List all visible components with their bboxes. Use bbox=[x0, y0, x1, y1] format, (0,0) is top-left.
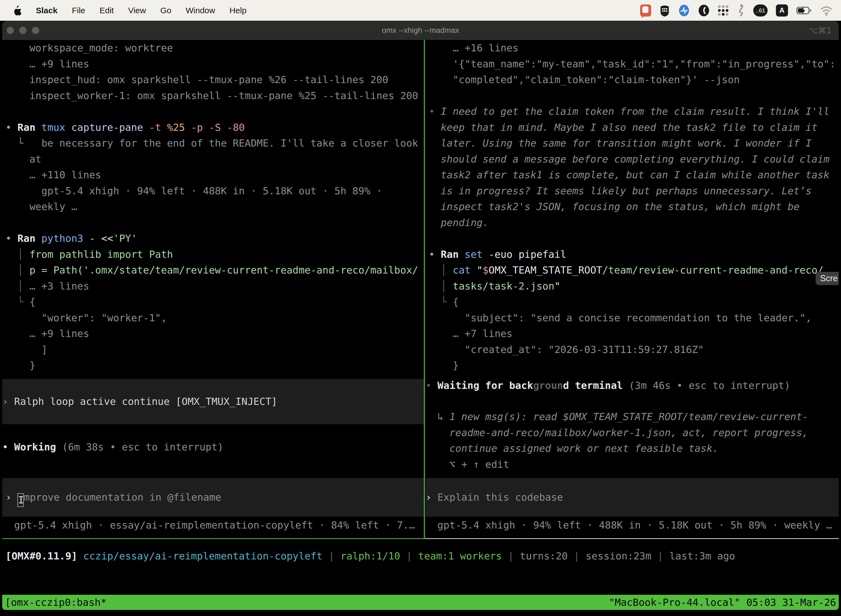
text-segment: • bbox=[6, 233, 18, 244]
shield-grid-icon[interactable] bbox=[659, 4, 670, 17]
text-segment: … +9 lines bbox=[6, 328, 89, 339]
terminal-line: │ p = Path('.omx/state/team/review-curre… bbox=[6, 262, 424, 278]
terminal-line: • I need to get the claim token from the… bbox=[429, 104, 839, 119]
inject-banner: › Ralph loop active continue [OMX_TMUX_I… bbox=[2, 379, 424, 424]
text-segment: "subject": "send a concise recommendatio… bbox=[429, 312, 812, 323]
terminal-line: │ cat "$OMX_TEAM_STATE_ROOT/team/review-… bbox=[429, 262, 839, 278]
text-segment: } bbox=[6, 359, 35, 371]
terminal-line: ] bbox=[6, 342, 424, 358]
close-button[interactable] bbox=[7, 27, 14, 34]
text-segment: groun bbox=[533, 380, 563, 391]
terminal-line: └ { bbox=[429, 294, 839, 310]
menu-help[interactable]: Help bbox=[230, 6, 247, 15]
text-segment: later. Using the same for transition mig… bbox=[429, 138, 812, 149]
terminal-line: readme-and-reco/mailbox/worker-1.json, a… bbox=[425, 425, 839, 441]
text-segment: ralph:1/10 bbox=[340, 550, 400, 562]
menu-bar-status-icons: ..61 A bbox=[640, 4, 841, 17]
chat-app-icon[interactable] bbox=[640, 4, 651, 17]
model-status-right: gpt-5.4 xhigh · 94% left · 488K in · 5.1… bbox=[425, 517, 839, 533]
text-segment: • bbox=[425, 380, 437, 391]
terminal-line: "created_at": "2026-03-31T11:59:27.816Z" bbox=[429, 342, 839, 358]
terminal-line: › Ralph loop active continue [OMX_TMUX_I… bbox=[2, 393, 424, 409]
terminal-line: continue assigned work or next feasible … bbox=[425, 440, 839, 456]
text-segment: (3m 46s • esc to interrupt) bbox=[629, 380, 790, 391]
worker-log: … +16 lines '{"team_name":"my-team","tas… bbox=[429, 40, 839, 373]
screen-tooltip: Scre bbox=[816, 272, 839, 285]
text-segment: … +110 lines bbox=[6, 169, 101, 180]
dots-grid-icon[interactable] bbox=[718, 4, 728, 17]
text-segment: │ bbox=[6, 280, 29, 292]
terminal-line: at bbox=[6, 151, 424, 167]
text-segment: workspace_mode: worktree bbox=[6, 42, 173, 54]
apple-menu-icon[interactable] bbox=[12, 5, 22, 16]
pane-worker[interactable]: … +16 lines '{"team_name":"my-team","tas… bbox=[425, 40, 839, 538]
text-segment: inspect_hud: omx sparkshell --tmux-pane … bbox=[6, 74, 388, 85]
text-segment: { bbox=[453, 296, 459, 308]
omx-session-status: [OMX#0.11.9] cczip/essay/ai-reimplementa… bbox=[6, 548, 839, 564]
text-segment: … +7 lines bbox=[429, 328, 512, 339]
badge-61-icon[interactable]: ..61 bbox=[753, 4, 768, 16]
terminal-line: … +7 lines bbox=[429, 326, 839, 342]
text-segment: Ralph loop active continue [OMX_TMUX_INJ… bbox=[14, 396, 277, 407]
waiting-status-line: • Waiting for background terminal (3m 46… bbox=[425, 378, 839, 393]
menu-view[interactable]: View bbox=[128, 6, 146, 15]
menu-go[interactable]: Go bbox=[160, 6, 171, 15]
terminal-line: inspect_worker-1: omx sparkshell --tmux-… bbox=[6, 88, 424, 104]
terminal-line: └ be necessary for the end of the README… bbox=[6, 135, 424, 151]
terminal-line: "subject": "send a concise recommendatio… bbox=[429, 310, 839, 326]
text-segment: weekly … bbox=[6, 201, 77, 212]
terminal-line: • Ran tmux capture-pane -t %25 -p -S -80 bbox=[6, 119, 424, 135]
pane-divider[interactable] bbox=[424, 40, 425, 539]
text-segment: | bbox=[652, 550, 670, 562]
text-segment: › bbox=[425, 491, 437, 503]
pane-hud[interactable]: workspace_mode: worktree … +9 lines insp… bbox=[2, 40, 424, 538]
menu-app-name[interactable]: Slack bbox=[36, 6, 57, 15]
terminal-line: … +16 lines bbox=[429, 40, 839, 56]
terminal-line: "worker": "worker-1", bbox=[6, 310, 424, 326]
tmux-session-window[interactable]: [omx-cczip0:bash* bbox=[5, 597, 107, 608]
prompt-input-right[interactable]: › Explain this codebase bbox=[425, 478, 839, 517]
keyboard-layout-icon[interactable]: A bbox=[776, 4, 788, 16]
terminal-line: › Explain this codebase bbox=[425, 489, 839, 505]
tmux-status-bar: [omx-cczip0:bash* "MacBook-Pro-44.local"… bbox=[2, 595, 839, 610]
tooltip-text: Scre bbox=[820, 273, 838, 283]
terminal-line: [OMX#0.11.9] cczip/essay/ai-reimplementa… bbox=[6, 548, 839, 564]
window-titlebar[interactable]: omx --xhigh --madmax ⌥⌘1 bbox=[2, 21, 839, 40]
terminal-line: • Ran python3 - <<'PY' bbox=[6, 230, 424, 246]
hook-icon[interactable] bbox=[737, 4, 745, 17]
text-segment: … +16 lines bbox=[429, 42, 519, 54]
terminal-line: should send a message before completing … bbox=[429, 151, 839, 167]
terminal-line bbox=[429, 88, 839, 104]
pulse-app-icon[interactable] bbox=[678, 4, 690, 17]
menu-file[interactable]: File bbox=[72, 6, 85, 15]
terminal-line bbox=[429, 230, 839, 246]
text-segment: › bbox=[2, 396, 14, 407]
prompt-input-left[interactable]: › Improve documentation in @filename bbox=[2, 478, 424, 517]
menu-edit[interactable]: Edit bbox=[100, 6, 114, 15]
terminal-line: workspace_mode: worktree bbox=[6, 40, 424, 56]
text-segment: Working bbox=[14, 441, 62, 453]
text-segment: from pathlib import Path bbox=[29, 249, 173, 260]
text-segment: │ bbox=[6, 264, 29, 276]
terminal-line bbox=[6, 215, 424, 231]
terminal-line: … +9 lines bbox=[6, 326, 424, 342]
text-segment: " bbox=[554, 280, 560, 292]
text-segment: | bbox=[568, 550, 586, 562]
text-segment: $ bbox=[483, 264, 489, 276]
text-segment: cczip/essay/ai-reimplementation-copyleft bbox=[84, 550, 322, 562]
text-segment: p = Path('.omx/state/team/review-current… bbox=[29, 264, 418, 276]
text-segment: … +3 lines bbox=[29, 280, 89, 292]
text-segment: "worker": "worker-1", bbox=[6, 312, 167, 323]
menu-window[interactable]: Window bbox=[186, 6, 215, 15]
notch-circle-icon[interactable] bbox=[698, 4, 710, 17]
battery-icon[interactable] bbox=[796, 4, 812, 17]
text-segment: task2 after task1 is complete, but can I… bbox=[429, 169, 829, 180]
wifi-icon[interactable] bbox=[820, 4, 833, 17]
minimize-button[interactable] bbox=[19, 27, 26, 34]
text-segment: 'PY' bbox=[113, 233, 137, 244]
text-segment: " bbox=[476, 264, 483, 276]
terminal-line: • Working (6m 38s • esc to interrupt) bbox=[2, 439, 424, 455]
text-segment: | bbox=[400, 550, 418, 562]
terminal-line: "completed","claim_token":"claim-token"}… bbox=[429, 72, 839, 88]
zoom-button[interactable] bbox=[32, 27, 39, 34]
